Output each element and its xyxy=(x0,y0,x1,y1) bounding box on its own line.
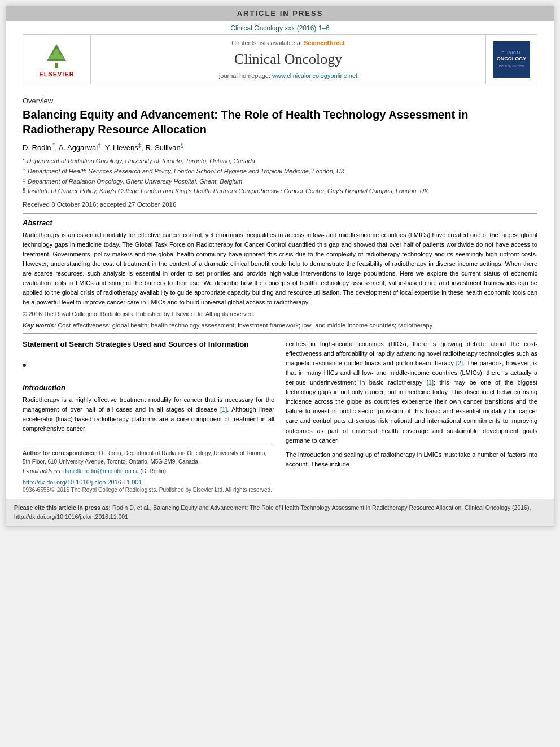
journal-title: Clinical Oncology xyxy=(234,51,342,68)
footnote-email-line: E-mail address: danielle.rodin@rmp.uhn.o… xyxy=(23,467,274,475)
authors-line: D. Rodin *, A. Aggarwal†, Y. Lievens‡, R… xyxy=(23,142,537,152)
dot-placeholder xyxy=(23,364,26,367)
svg-point-3 xyxy=(50,55,53,59)
sciencedirect-line: Contents lists available at ScienceDirec… xyxy=(231,40,345,46)
sciencedirect-link[interactable]: ScienceDirect xyxy=(304,40,345,46)
section-type-label: Overview xyxy=(23,97,537,105)
introduction-heading: Introduction xyxy=(23,383,274,392)
article-in-press-banner: ARTICLE IN PRESS xyxy=(6,6,554,21)
divider-1 xyxy=(23,213,537,214)
co-logo: CLINICAL ONCOLOGY ISSN 0936-6555 xyxy=(493,41,530,78)
affil-1: * Department of Radiation Oncology, Univ… xyxy=(23,156,537,167)
copyright-line: © 2016 The Royal College of Radiologists… xyxy=(23,311,537,317)
elsevier-logo: ELSEVIER xyxy=(39,41,74,77)
elsevier-logo-container: ELSEVIER xyxy=(23,35,91,84)
right-para-2: The introduction and scaling up of radio… xyxy=(286,450,537,469)
article-title: Balancing Equity and Advancement: The Ro… xyxy=(23,107,537,137)
footnote-email-link[interactable]: danielle.rodin@rmp.uhn.on.ca xyxy=(63,468,139,474)
divider-2 xyxy=(23,333,537,334)
co-logo-container: CLINICAL ONCOLOGY ISSN 0936-6555 xyxy=(486,35,537,84)
issn-line: 0936-6555/© 2016 The Royal College of Ra… xyxy=(23,487,274,493)
author-1: D. Rodin xyxy=(23,143,51,152)
author-2: A. Aggarwal xyxy=(59,143,98,152)
col-right: centres in high-income countries (HICs),… xyxy=(286,339,537,493)
abstract-text: Radiotherapy is an essential modality fo… xyxy=(23,230,537,307)
svg-point-6 xyxy=(59,53,62,55)
received-line: Received 8 October 2016; accepted 27 Oct… xyxy=(23,201,537,208)
affil-4: § Institute of Cancer Policy, King's Col… xyxy=(23,186,537,196)
elsevier-text: ELSEVIER xyxy=(39,71,74,77)
doi-line[interactable]: http://dx.doi.org/10.1016/j.clon.2016.11… xyxy=(23,479,274,486)
abstract-title: Abstract xyxy=(23,219,537,227)
homepage-url[interactable]: www.clinicaloncologyonline.net xyxy=(272,72,357,79)
ref-2-link[interactable]: [2] xyxy=(456,360,463,366)
two-col-section: Statement of Search Strategies Used and … xyxy=(23,339,537,493)
keywords-text: Cost-effectiveness; global health; healt… xyxy=(58,322,432,329)
author-4: R. Sullivan xyxy=(146,143,181,152)
intro-para: Radiotherapy is a highly effective treat… xyxy=(23,395,274,434)
journal-header: ELSEVIER Contents lists available at Sci… xyxy=(23,34,537,84)
keywords-label: Key words: xyxy=(23,322,56,329)
svg-point-5 xyxy=(51,53,54,55)
banner-text: ARTICLE IN PRESS xyxy=(237,9,323,18)
affil-3: ‡ Department of Radiation Oncology, Ghen… xyxy=(23,177,537,187)
footnote-area: Author for correspondence: D. Rodin, Dep… xyxy=(23,445,274,475)
ref-1b-link[interactable]: [1] xyxy=(427,379,434,386)
main-content: Overview Balancing Equity and Advancemen… xyxy=(6,84,554,493)
footnote-text: Author for correspondence: D. Rodin, Dep… xyxy=(23,449,274,466)
svg-rect-0 xyxy=(55,63,58,68)
affiliations: * Department of Radiation Oncology, Univ… xyxy=(23,156,537,196)
journal-ref-line: Clinical Oncology xxx (2016) 1–6 xyxy=(6,21,554,34)
contents-label: Contents lists available at xyxy=(231,40,302,46)
ref-1-link[interactable]: [1] xyxy=(220,406,227,413)
citation-bar: Please cite this article in press as: Ro… xyxy=(6,499,554,527)
svg-point-4 xyxy=(60,55,63,59)
journal-homepage-line: journal homepage: www.clinicaloncologyon… xyxy=(219,72,357,79)
journal-header-center: Contents lists available at ScienceDirec… xyxy=(91,35,486,84)
elsevier-tree-icon xyxy=(41,41,72,69)
affil-2: † Department of Health Services Research… xyxy=(23,167,537,177)
keywords-line: Key words: Cost-effectiveness; global he… xyxy=(23,322,537,329)
search-strategies-heading: Statement of Search Strategies Used and … xyxy=(23,339,274,350)
page: ARTICLE IN PRESS Clinical Oncology xxx (… xyxy=(6,6,554,527)
journal-ref-text: Clinical Oncology xxx (2016) 1–6 xyxy=(230,24,329,32)
right-para-1: centres in high-income countries (HICs),… xyxy=(286,339,537,445)
homepage-label: journal homepage: xyxy=(219,72,270,79)
author-3: Y. Lievens xyxy=(105,143,138,152)
col-left: Statement of Search Strategies Used and … xyxy=(23,339,274,493)
abstract-section: Abstract Radiotherapy is an essential mo… xyxy=(23,219,537,317)
